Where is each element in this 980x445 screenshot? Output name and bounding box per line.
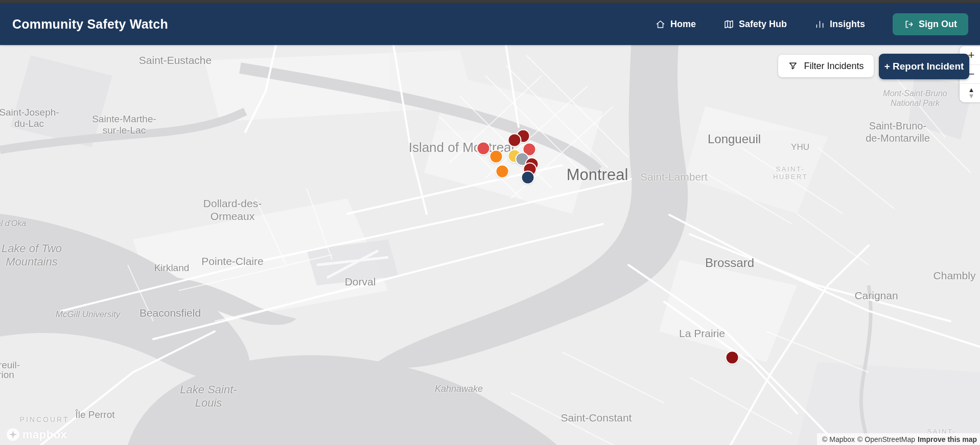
nav-item-home[interactable]: Home [655,19,696,30]
report-incident-label: + Report Incident [884,61,964,72]
incident-marker[interactable] [496,165,509,179]
mapbox-logo-text: mapbox [22,428,67,441]
basemap-graphics [0,45,980,445]
nav-item-insights[interactable]: Insights [814,19,865,30]
nav-item-label: Safety Hub [739,19,787,30]
incident-marker[interactable] [477,142,491,155]
pitch-toggle-button[interactable]: ▲ ▼ [960,84,980,102]
mapbox-icon [6,428,20,441]
map-canvas[interactable]: Saint-EustacheSaint-Joseph- du-LacSainte… [0,45,980,445]
funnel-icon [788,61,798,71]
nav-item-label: Home [670,19,696,30]
filter-incidents-label: Filter Incidents [804,61,864,72]
nav-item-label: Insights [830,19,865,30]
logout-icon [904,19,914,29]
nav-item-safety-hub[interactable]: Safety Hub [724,19,787,30]
incident-marker[interactable] [726,351,739,365]
bar-chart-icon [814,19,825,30]
app-title: Community Safety Watch [12,17,168,32]
sign-out-button[interactable]: Sign Out [893,13,968,35]
improve-map-link[interactable]: Improve this map [918,435,977,443]
mapbox-logo[interactable]: mapbox [6,428,67,441]
filter-incidents-button[interactable]: Filter Incidents [778,55,874,77]
incident-marker[interactable] [489,150,503,164]
attribution-osm-link[interactable]: © OpenStreetMap [857,435,915,443]
home-icon [655,19,666,30]
incident-marker[interactable] [521,171,535,185]
report-incident-button[interactable]: + Report Incident [879,54,969,79]
arrow-down-icon: ▼ [968,93,975,99]
attribution-mapbox-link[interactable]: © Mapbox [822,435,855,443]
nav-menu: Home Safety Hub Insights Sign Out [655,13,968,35]
incident-marker[interactable] [508,134,522,147]
sign-out-label: Sign Out [919,19,957,30]
map-attribution: © Mapbox © OpenStreetMap Improve this ma… [817,433,980,445]
navbar: Community Safety Watch Home Safety Hub I… [0,3,980,45]
map-icon [724,19,734,30]
